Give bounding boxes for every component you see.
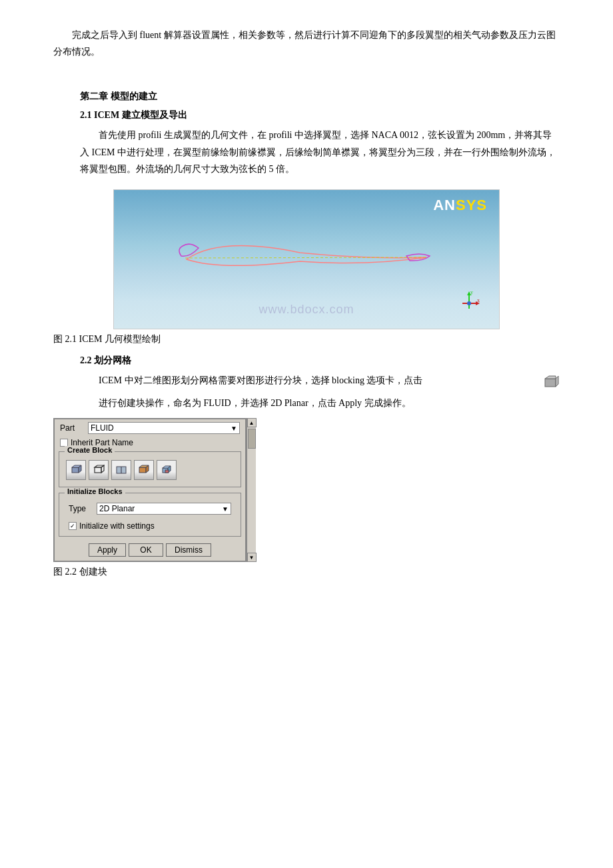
svg-rect-19 <box>139 467 146 473</box>
type-value: 2D Planar <box>99 504 135 513</box>
svg-rect-14 <box>95 467 101 473</box>
scroll-thumb[interactable] <box>248 429 256 449</box>
part-label: Part <box>60 423 84 433</box>
section21-title: 2.1 ICEM 建立模型及导出 <box>80 109 560 121</box>
svg-text:y: y <box>470 289 473 295</box>
svg-marker-16 <box>101 465 104 473</box>
ok-button[interactable]: OK <box>129 543 163 557</box>
dismiss-button[interactable]: Dismiss <box>166 543 211 557</box>
init-blocks-title: Initialize Blocks <box>65 487 125 495</box>
svg-marker-9 <box>545 376 556 379</box>
create-block-btn-1[interactable] <box>66 460 86 480</box>
svg-rect-25 <box>165 470 169 473</box>
type-dropdown[interactable]: 2D Planar ▼ <box>97 503 231 515</box>
create-block-title: Create Block <box>65 446 115 454</box>
init-settings-label: Initialize with settings <box>79 521 155 531</box>
create-block-btn-4[interactable] <box>134 460 154 480</box>
ansys-figure: ANSYS y x <box>113 189 500 329</box>
type-label: Type <box>69 504 93 513</box>
init-settings-row: ✓ Initialize with settings <box>63 520 237 532</box>
create-block-btn-2[interactable] <box>89 460 109 480</box>
create-block-icons <box>63 455 237 483</box>
dialog-main: Part FLUID ▼ Inherit Part Name Create Bl… <box>55 419 245 561</box>
part-dropdown[interactable]: FLUID ▼ <box>88 422 240 434</box>
figure-21-container: ANSYS y x <box>53 189 560 345</box>
create-block-btn-3[interactable] <box>111 460 131 480</box>
dialog-scrollbar[interactable]: ▲ ▼ <box>247 418 256 562</box>
section22-para1: ICEM 中对二维图形划分网格需要对图形进行分块，选择 blocking 选项卡… <box>53 372 537 389</box>
fig21-caption: 图 2.1 ICEM 几何模型绘制 <box>53 333 560 345</box>
part-dropdown-arrow: ▼ <box>231 425 237 432</box>
create-block-btn-5[interactable] <box>157 460 177 480</box>
scroll-up-arrow[interactable]: ▲ <box>247 418 257 427</box>
section22-title: 2.2 划分网格 <box>80 355 560 367</box>
svg-point-7 <box>467 301 471 305</box>
part-row: Part FLUID ▼ <box>55 419 245 437</box>
section21-paragraph: 首先使用 profili 生成翼型的几何文件，在 profili 中选择翼型，选… <box>53 127 560 177</box>
blocking-icon <box>541 373 560 392</box>
create-block-section: Create Block <box>59 451 241 487</box>
dialog-outer: Part FLUID ▼ Inherit Part Name Create Bl… <box>53 418 560 562</box>
svg-text:x: x <box>477 297 480 303</box>
type-dropdown-arrow: ▼ <box>222 505 229 513</box>
chapter2-title: 第二章 模型的建立 <box>80 91 560 103</box>
svg-rect-8 <box>545 379 556 387</box>
init-blocks-section: Initialize Blocks Type 2D Planar ▼ ✓ <box>59 493 241 537</box>
apply-button[interactable]: Apply <box>89 543 126 557</box>
dialog-buttons-row: Apply OK Dismiss <box>55 539 245 561</box>
svg-rect-11 <box>72 467 79 473</box>
init-settings-checkbox[interactable]: ✓ <box>69 522 77 530</box>
intro-paragraph: 完成之后导入到 fluent 解算器设置属性，相关参数等，然后进行计算不同迎角下… <box>53 27 560 60</box>
ansys-logo: ANSYS <box>433 197 487 214</box>
svg-marker-10 <box>556 376 558 387</box>
wing-geometry-svg <box>167 223 446 289</box>
type-row: Type 2D Planar ▼ <box>63 500 237 517</box>
watermark-text: www.bdocx.com <box>259 303 354 317</box>
axis-indicator-svg: y x <box>456 289 482 315</box>
dialog-box: Part FLUID ▼ Inherit Part Name Create Bl… <box>53 418 247 562</box>
dialog-with-scroll: Part FLUID ▼ Inherit Part Name Create Bl… <box>53 418 256 562</box>
page-content: 完成之后导入到 fluent 解算器设置属性，相关参数等，然后进行计算不同迎角下… <box>0 0 613 627</box>
scroll-down-arrow[interactable]: ▼ <box>247 553 257 562</box>
part-value: FLUID <box>91 423 114 433</box>
fig22-caption: 图 2.2 创建块 <box>53 566 560 578</box>
section22-para2: 进行创建块操作，命名为 FLUID，并选择 2D Planar，点击 Apply… <box>53 395 560 411</box>
